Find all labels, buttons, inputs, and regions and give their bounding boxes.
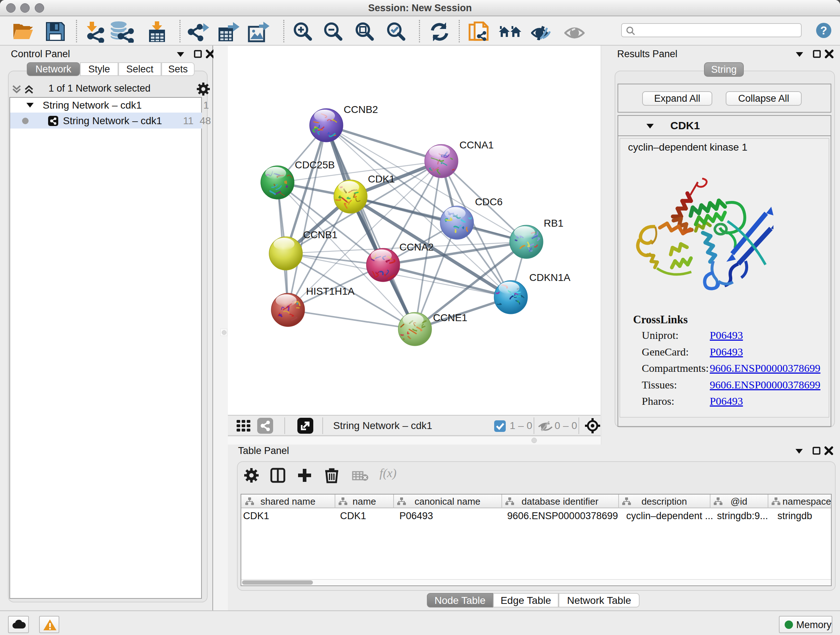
svg-text:RB1: RB1 bbox=[544, 218, 563, 229]
svg-text:?: ? bbox=[821, 24, 827, 37]
svg-text:HIST1H1A: HIST1H1A bbox=[306, 286, 355, 297]
svg-text:CCNA1: CCNA1 bbox=[459, 139, 494, 150]
svg-text:CDC25B: CDC25B bbox=[295, 159, 335, 171]
svg-text:CDK1: CDK1 bbox=[368, 173, 395, 185]
svg-text:CCNB1: CCNB1 bbox=[303, 229, 338, 241]
svg-text:CDKN1A: CDKN1A bbox=[529, 272, 570, 283]
svg-text:CCNE1: CCNE1 bbox=[433, 312, 467, 323]
svg-text:CCNA2: CCNA2 bbox=[399, 241, 434, 253]
svg-text:CCNB2: CCNB2 bbox=[344, 104, 378, 115]
svg-text:CDC6: CDC6 bbox=[475, 196, 502, 207]
